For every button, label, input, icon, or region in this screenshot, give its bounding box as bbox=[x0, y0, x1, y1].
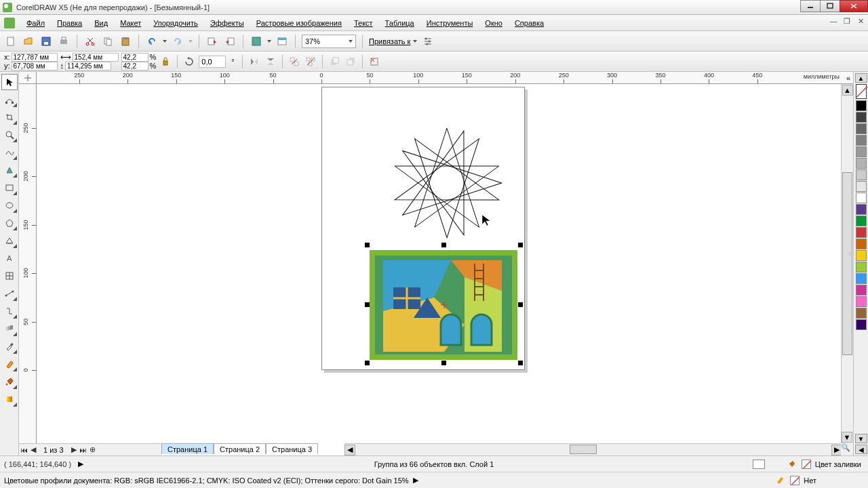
paste-icon[interactable] bbox=[119, 35, 132, 48]
smart-fill-tool[interactable] bbox=[1, 162, 18, 178]
x-input[interactable]: 127,787 мм bbox=[12, 53, 58, 62]
new-icon[interactable] bbox=[4, 35, 18, 48]
doc-close[interactable]: ✕ bbox=[856, 17, 865, 26]
sel-handle-bc[interactable] bbox=[441, 361, 446, 365]
swatch[interactable] bbox=[856, 123, 867, 134]
menu-effects[interactable]: Эффекты bbox=[204, 15, 250, 30]
menu-edit[interactable]: Правка bbox=[51, 15, 88, 30]
swatch[interactable] bbox=[856, 135, 867, 146]
to-front-icon[interactable] bbox=[328, 55, 341, 68]
fill-tool[interactable] bbox=[1, 373, 18, 390]
menu-arrange[interactable]: Упорядочить bbox=[147, 15, 203, 30]
menu-text[interactable]: Текст bbox=[348, 15, 379, 30]
sel-handle-ml[interactable] bbox=[365, 302, 370, 307]
to-back-icon[interactable] bbox=[344, 55, 357, 68]
menu-window[interactable]: Окно bbox=[479, 15, 509, 30]
close-button[interactable] bbox=[840, 0, 868, 12]
nav-add[interactable]: ⊕ bbox=[88, 445, 98, 455]
table-tool[interactable] bbox=[1, 268, 18, 284]
open-icon[interactable] bbox=[22, 35, 35, 48]
swatch[interactable] bbox=[856, 227, 867, 238]
nav-first[interactable]: ⏮ bbox=[19, 445, 28, 455]
menu-view[interactable]: Вид bbox=[88, 15, 114, 30]
sel-handle-tl[interactable] bbox=[365, 243, 370, 247]
blend-tool[interactable] bbox=[1, 321, 18, 337]
navigator-icon[interactable]: 🔍 bbox=[841, 443, 853, 455]
eyedropper-tool[interactable] bbox=[1, 338, 18, 354]
rectangle-tool[interactable] bbox=[1, 180, 18, 196]
text-tool[interactable]: A bbox=[1, 250, 18, 266]
app-launcher-icon[interactable] bbox=[250, 35, 263, 48]
menu-layout[interactable]: Макет bbox=[114, 15, 147, 30]
scroll-left[interactable]: ◀ bbox=[344, 445, 355, 455]
menu-tools[interactable]: Инструменты bbox=[420, 15, 479, 30]
interactive-fill-tool[interactable] bbox=[1, 391, 18, 407]
palette-up[interactable]: ▲ bbox=[855, 73, 867, 83]
sel-center[interactable] bbox=[441, 302, 448, 308]
swatch[interactable] bbox=[856, 146, 867, 157]
v-scroll-thumb[interactable] bbox=[842, 172, 852, 355]
swatch[interactable] bbox=[856, 308, 867, 319]
polygon-object[interactable] bbox=[382, 122, 511, 244]
ruler-origin[interactable] bbox=[19, 72, 37, 84]
menu-bitmaps[interactable]: Растровые изображения bbox=[250, 15, 348, 30]
undo-icon[interactable] bbox=[145, 35, 159, 48]
swatch[interactable] bbox=[856, 273, 867, 284]
minimize-button[interactable] bbox=[800, 0, 821, 12]
swatch[interactable] bbox=[856, 319, 867, 330]
scroll-up[interactable]: ▲ bbox=[842, 85, 853, 96]
width-input[interactable]: 152,4 мм bbox=[73, 53, 119, 62]
swatch[interactable] bbox=[856, 216, 867, 226]
options-icon[interactable] bbox=[421, 35, 435, 48]
sel-handle-br[interactable] bbox=[518, 361, 523, 365]
shape-tool[interactable] bbox=[1, 92, 18, 108]
undo-drop[interactable] bbox=[163, 40, 167, 43]
dimension-tool[interactable] bbox=[1, 285, 18, 302]
convert-curves-icon[interactable] bbox=[368, 55, 381, 68]
expand-icon[interactable]: ▶ bbox=[78, 460, 83, 468]
swatch[interactable] bbox=[856, 262, 867, 272]
pick-tool[interactable] bbox=[1, 74, 18, 90]
vertical-scrollbar[interactable]: ▲ ▼ bbox=[841, 84, 853, 443]
page-tab-3[interactable]: Страница 3 bbox=[266, 443, 318, 454]
canvas-view[interactable] bbox=[37, 84, 841, 443]
no-color[interactable] bbox=[856, 84, 867, 99]
h-scroll-thumb[interactable] bbox=[570, 445, 597, 454]
scale-y-input[interactable]: 42,2 bbox=[121, 62, 149, 70]
swatch[interactable] bbox=[856, 158, 867, 169]
mirror-v-icon[interactable] bbox=[264, 55, 277, 68]
print-icon[interactable] bbox=[57, 35, 71, 48]
nav-last[interactable]: ⏭ bbox=[79, 445, 88, 455]
save-icon[interactable] bbox=[39, 35, 53, 48]
vertical-ruler[interactable]: 300250200150100500 bbox=[19, 84, 37, 443]
horizontal-scrollbar[interactable]: ◀ ▶ bbox=[344, 443, 842, 455]
swatch[interactable] bbox=[856, 285, 867, 296]
fill-swatch[interactable] bbox=[802, 460, 811, 469]
swatch[interactable] bbox=[856, 100, 867, 111]
page-tab-2[interactable]: Страница 2 bbox=[214, 443, 266, 454]
crop-tool[interactable] bbox=[1, 109, 18, 125]
import-icon[interactable] bbox=[205, 35, 219, 48]
maximize-button[interactable] bbox=[820, 0, 840, 12]
swatch[interactable] bbox=[856, 250, 867, 261]
basic-shapes-tool[interactable] bbox=[1, 232, 18, 249]
export-icon[interactable] bbox=[223, 35, 237, 48]
profiles-expand[interactable]: ▶ bbox=[413, 476, 418, 485]
swatch[interactable] bbox=[856, 112, 867, 123]
cut-icon[interactable] bbox=[83, 35, 97, 48]
horizontal-ruler[interactable]: миллиметры 25020015010050050100150200250… bbox=[37, 72, 841, 84]
menu-file[interactable]: Файл bbox=[20, 15, 51, 30]
outline-tool[interactable] bbox=[1, 356, 18, 372]
sel-handle-mr[interactable] bbox=[518, 302, 523, 307]
sel-handle-tc[interactable] bbox=[441, 243, 446, 247]
redo-drop[interactable] bbox=[189, 40, 193, 43]
swatch[interactable] bbox=[856, 169, 867, 180]
rotate-icon[interactable] bbox=[182, 55, 196, 68]
ungroup-all-icon[interactable] bbox=[304, 55, 317, 68]
doc-minimize[interactable]: — bbox=[829, 17, 838, 26]
menu-help[interactable]: Справка bbox=[509, 15, 550, 30]
launcher-drop[interactable] bbox=[267, 40, 271, 43]
snap-to[interactable]: Привязать к bbox=[369, 37, 417, 45]
zoom-select[interactable]: 37% bbox=[302, 35, 356, 48]
scale-x-input[interactable]: 42,2 bbox=[121, 53, 149, 62]
